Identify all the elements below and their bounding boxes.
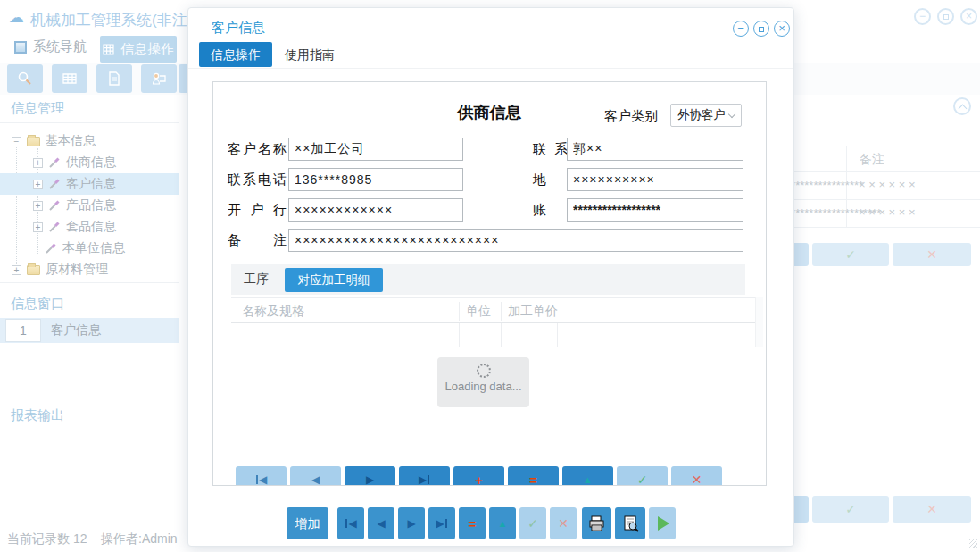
search-icon — [17, 71, 33, 87]
scrollbar[interactable] — [755, 297, 763, 347]
wand-icon — [48, 200, 61, 212]
prior-button[interactable]: ◀ — [368, 507, 394, 539]
run-button[interactable] — [649, 507, 676, 539]
table-button[interactable] — [52, 64, 87, 93]
section-report-output: 报表输出 — [11, 407, 64, 424]
insert-button[interactable]: + — [453, 466, 504, 486]
bg-col-note: 备注 — [860, 152, 884, 168]
next-button[interactable]: ▶ — [345, 466, 395, 486]
cancel-button-disabled[interactable]: ✕ — [550, 507, 577, 539]
section-info-management: 信息管理 — [11, 100, 64, 117]
account-field[interactable] — [567, 198, 743, 222]
tree-item-own-unit-info[interactable]: 本单位信息 — [0, 238, 179, 259]
form-panel: 供商信息 客户类别 外协客户 客户名称 联系人 联系电话 地址 开户行 账号 备… — [212, 81, 767, 486]
user-button[interactable] — [141, 64, 177, 93]
expand-expander-icon[interactable]: + — [12, 265, 21, 275]
print-preview-button[interactable] — [615, 507, 645, 539]
folder-icon — [27, 265, 40, 275]
last-button[interactable]: ▶ — [399, 466, 450, 486]
close-icon[interactable]: × — [960, 8, 977, 25]
collapse-expander-icon[interactable]: − — [12, 137, 21, 146]
phone-label: 联系电话 — [228, 171, 287, 188]
document-icon — [107, 71, 121, 87]
first-button[interactable]: ◀ — [236, 466, 287, 486]
tab-user-guide[interactable]: 使用指南 — [285, 42, 335, 67]
delete-button[interactable]: = — [508, 466, 559, 486]
bg-cancel-button[interactable]: ✕ — [893, 496, 971, 523]
bg-post-button[interactable]: ✓ — [812, 496, 889, 523]
category-label: 客户类别 — [604, 108, 658, 125]
window-list-item[interactable]: 1 客户信息 — [0, 318, 179, 343]
loading-indicator: Loading data... — [437, 357, 529, 407]
document-button[interactable] — [96, 64, 132, 93]
tree-item-basic-info[interactable]: − 基本信息 — [0, 130, 179, 152]
maximize-icon[interactable] — [937, 8, 954, 25]
bg-post-button[interactable]: ✓ — [812, 243, 889, 266]
expand-expander-icon[interactable]: + — [33, 158, 43, 168]
expand-expander-icon[interactable]: + — [33, 201, 43, 211]
operator: 操作者:Admin — [101, 531, 178, 548]
bg-row-note: × × × × × × — [859, 178, 916, 191]
remark-label: 备注 — [228, 232, 287, 249]
next-button[interactable]: ▶ — [398, 507, 425, 539]
customer-name-field[interactable] — [288, 138, 463, 161]
loading-spinner-icon — [477, 364, 491, 378]
tree-item-product-info[interactable]: + 产品信息 — [0, 195, 179, 216]
contact-field[interactable] — [567, 138, 743, 161]
info-tree: − 基本信息 + 供商信息 + 客户信息 + 产品信息 + — [0, 122, 179, 283]
tree-item-set-info[interactable]: + 套品信息 — [0, 216, 179, 238]
user-icon — [151, 71, 167, 87]
tree-item-raw-material[interactable]: + 原材料管理 — [0, 259, 179, 280]
phone-field[interactable] — [288, 168, 463, 191]
app-logo-icon: ☁ — [9, 8, 24, 27]
printer-icon — [588, 515, 605, 531]
add-button[interactable]: 增加 — [287, 507, 328, 539]
tab-info-operate[interactable]: 信息操作 — [100, 36, 177, 63]
tab-info-operate-active[interactable]: 信息操作 — [199, 42, 272, 67]
first-button[interactable]: ◀ — [337, 507, 364, 539]
tree-item-supplier-info[interactable]: + 供商信息 — [0, 152, 179, 173]
bg-cancel-button[interactable]: ✕ — [893, 243, 971, 266]
tab-system-nav[interactable]: 系统导航 — [14, 38, 87, 55]
dialog-close-icon[interactable]: × — [774, 21, 790, 37]
last-button[interactable]: ▶ — [428, 507, 455, 539]
expand-expander-icon[interactable]: + — [33, 222, 43, 232]
print-button[interactable] — [582, 507, 611, 539]
tab-process[interactable]: 工序 — [244, 272, 269, 288]
window-label: 客户信息 — [51, 322, 101, 339]
delete-button[interactable]: = — [459, 507, 486, 539]
dialog-minimize-icon[interactable]: − — [733, 21, 749, 37]
address-field[interactable] — [567, 168, 743, 191]
edit-button[interactable]: ▲ — [562, 466, 613, 486]
wand-icon — [48, 157, 61, 169]
resize-grip[interactable] — [969, 539, 977, 548]
search-button[interactable] — [7, 64, 43, 93]
post-button-disabled[interactable]: ✓ — [519, 507, 546, 539]
expand-expander-icon[interactable]: + — [33, 180, 43, 189]
dialog-restore-icon[interactable] — [753, 21, 769, 37]
detail-tabbar: 工序 对应加工明细 — [231, 264, 745, 295]
cancel-button[interactable]: ✕ — [671, 466, 722, 486]
category-select[interactable]: 外协客户 — [670, 104, 742, 127]
dialog-title: 客户信息 — [212, 20, 265, 37]
customer-info-dialog: 客户信息 − × 信息操作 使用指南 供商信息 客户类别 外协客户 客户名称 联… — [187, 7, 794, 547]
bank-field[interactable] — [288, 198, 463, 222]
play-icon — [658, 516, 669, 531]
tab-processing-detail[interactable]: 对应加工明细 — [285, 268, 383, 292]
chevron-down-icon — [728, 111, 735, 118]
prior-button[interactable]: ◀ — [290, 466, 341, 486]
panel-collapse-button[interactable] — [953, 97, 971, 115]
window-index: 1 — [5, 319, 41, 342]
col-name-spec: 名称及规格 — [242, 304, 304, 320]
edit-button[interactable]: ▲ — [489, 507, 516, 539]
remark-field[interactable] — [288, 229, 743, 252]
minimize-icon[interactable]: − — [914, 8, 931, 25]
wand-icon — [45, 243, 57, 255]
tree-item-customer-info[interactable]: + 客户信息 — [0, 173, 179, 195]
wand-icon — [48, 222, 61, 233]
dialog-tabbar: 信息操作 使用指南 — [188, 42, 793, 69]
customer-name-label: 客户名称 — [228, 141, 287, 158]
post-button[interactable]: ✓ — [617, 466, 668, 486]
col-unit-price: 加工单价 — [508, 304, 558, 320]
checkbox-icon — [14, 41, 27, 54]
